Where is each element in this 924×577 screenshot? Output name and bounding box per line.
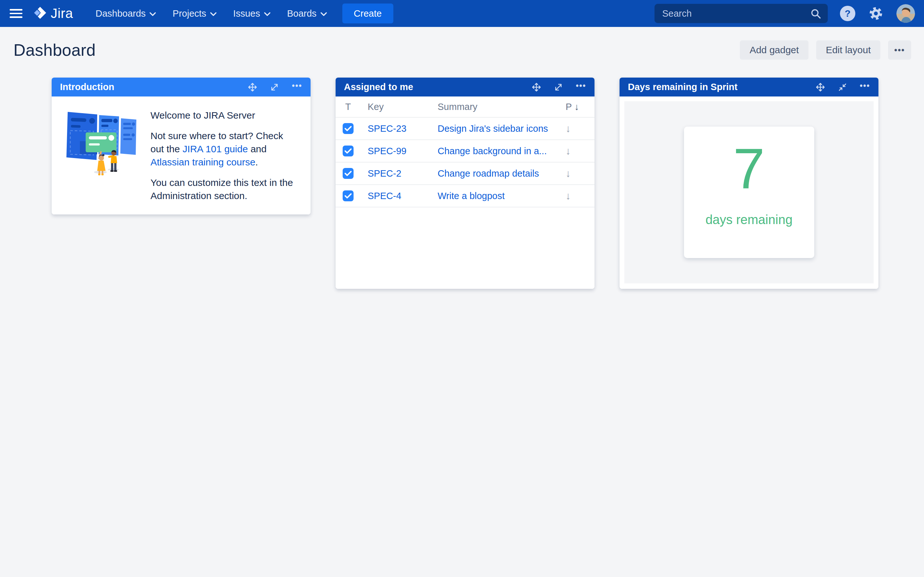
priority-low-icon: ↓ [565, 145, 571, 157]
search-input[interactable] [654, 4, 828, 23]
issue-checkbox[interactable] [342, 190, 354, 201]
gadget-assigned-header: Assigned to me [336, 77, 594, 97]
move-gadget-icon[interactable] [531, 82, 541, 92]
expand-gadget-icon[interactable] [554, 83, 563, 92]
chevron-down-icon [264, 12, 270, 16]
hamburger-menu-icon[interactable] [10, 7, 23, 20]
page-title: Dashboard [13, 40, 95, 60]
getting-started-paragraph: Not sure where to start? Check out the J… [150, 129, 299, 169]
issue-key-link[interactable]: SPEC-4 [368, 191, 438, 201]
collapse-gadget-icon[interactable] [838, 83, 847, 92]
chevron-down-icon [150, 12, 156, 16]
sprint-panel: 7 days remaining [624, 101, 874, 284]
gadget-title: Introduction [60, 82, 248, 92]
days-remaining-label: days remaining [706, 213, 792, 227]
gadget-assigned-to-me: Assigned to me [336, 77, 594, 289]
main-menu: Dashboards Projects Issues Boards [87, 0, 335, 27]
table-row: SPEC-2 Change roadmap details ↓ [336, 163, 594, 185]
table-row: SPEC-23 Design Jira's sidebar icons ↓ [336, 118, 594, 140]
check-icon [344, 126, 352, 131]
user-avatar[interactable] [897, 4, 915, 23]
dashboard-page: Dashboard Add gadget Edit layout ••• Int… [0, 27, 924, 289]
question-mark-icon: ? [840, 6, 855, 21]
welcome-heading: Welcome to JIRA Server [150, 109, 299, 122]
gadget-introduction-body: Welcome to JIRA Server Not sure where to… [52, 97, 310, 214]
add-gadget-button[interactable]: Add gadget [740, 40, 808, 60]
page-header: Dashboard Add gadget Edit layout ••• [0, 27, 924, 60]
gadget-menu-icon[interactable]: ••• [292, 83, 302, 91]
gadget-days-remaining: Days remaining in Sprint [620, 77, 879, 289]
gadget-sprint-body: 7 days remaining [620, 97, 879, 289]
gadgets-row: Introduction [0, 77, 924, 289]
gadget-introduction-header: Introduction [52, 77, 310, 97]
days-remaining-value: 7 [733, 140, 765, 197]
edit-layout-button[interactable]: Edit layout [816, 40, 880, 60]
issue-summary-link[interactable]: Change roadmap details [438, 168, 565, 179]
priority-low-icon: ↓ [565, 123, 571, 135]
jira-brand[interactable]: Jira [33, 5, 73, 21]
help-button[interactable]: ? [840, 6, 855, 21]
gear-icon [867, 5, 884, 22]
avatar-image [897, 4, 915, 23]
move-gadget-icon[interactable] [248, 82, 257, 92]
gadget-title: Days remaining in Sprint [628, 82, 816, 92]
chevron-down-icon [320, 12, 327, 16]
nav-item-projects[interactable]: Projects [164, 0, 225, 27]
jira-logo-icon [33, 5, 47, 21]
gadget-menu-icon[interactable]: ••• [576, 83, 586, 91]
gadget-menu-icon[interactable]: ••• [860, 83, 870, 91]
issue-key-link[interactable]: SPEC-23 [368, 123, 438, 134]
check-icon [344, 148, 352, 154]
issue-key-link[interactable]: SPEC-2 [368, 168, 438, 179]
column-type[interactable]: T [336, 102, 368, 112]
gadget-title: Assigned to me [344, 82, 531, 92]
check-icon [344, 171, 352, 176]
issue-key-link[interactable]: SPEC-99 [368, 146, 438, 156]
issue-summary-link[interactable]: Change background in a... [438, 146, 565, 156]
column-priority[interactable]: P↓ [565, 102, 594, 112]
issue-checkbox[interactable] [342, 145, 354, 156]
top-navbar: Jira Dashboards Projects Issues Boards C… [0, 0, 924, 27]
issue-checkbox[interactable] [342, 123, 354, 134]
brand-wordmark: Jira [51, 6, 73, 21]
more-actions-button[interactable]: ••• [888, 40, 911, 60]
customize-paragraph: You can customize this text in the Admin… [150, 176, 299, 202]
page-actions: Add gadget Edit layout ••• [740, 40, 911, 60]
sort-descending-icon: ↓ [574, 102, 579, 112]
move-gadget-icon[interactable] [816, 82, 825, 92]
boards-illustration [65, 107, 137, 202]
create-button[interactable]: Create [342, 3, 393, 23]
chevron-down-icon [210, 12, 216, 16]
search-icon[interactable] [811, 8, 821, 21]
settings-button[interactable] [867, 5, 884, 22]
expand-gadget-icon[interactable] [270, 83, 279, 92]
table-row: SPEC-99 Change background in a... ↓ [336, 140, 594, 163]
issue-checkbox[interactable] [342, 168, 354, 179]
nav-item-boards[interactable]: Boards [279, 0, 335, 27]
gadget-introduction: Introduction [52, 77, 310, 214]
nav-item-issues[interactable]: Issues [225, 0, 279, 27]
introduction-text: Welcome to JIRA Server Not sure where to… [150, 107, 299, 202]
search-field [654, 4, 828, 23]
column-summary[interactable]: Summary [438, 102, 565, 112]
days-remaining-card: 7 days remaining [684, 127, 814, 258]
issue-summary-link[interactable]: Write a blogpost [438, 191, 565, 201]
column-key[interactable]: Key [368, 102, 438, 112]
nav-item-dashboards[interactable]: Dashboards [87, 0, 164, 27]
atlassian-training-link[interactable]: Atlassian training course [150, 157, 255, 167]
gadget-sprint-header: Days remaining in Sprint [620, 77, 879, 97]
priority-low-icon: ↓ [565, 168, 571, 179]
table-header-row: T Key Summary P↓ [336, 97, 594, 118]
jira-101-guide-link[interactable]: JIRA 101 guide [183, 143, 248, 154]
table-row: SPEC-4 Write a blogpost ↓ [336, 185, 594, 207]
priority-low-icon: ↓ [565, 190, 571, 202]
check-icon [344, 193, 352, 199]
assigned-issues-table: T Key Summary P↓ SPEC-23 Design Jira's s… [336, 97, 594, 289]
issue-summary-link[interactable]: Design Jira's sidebar icons [438, 123, 565, 134]
